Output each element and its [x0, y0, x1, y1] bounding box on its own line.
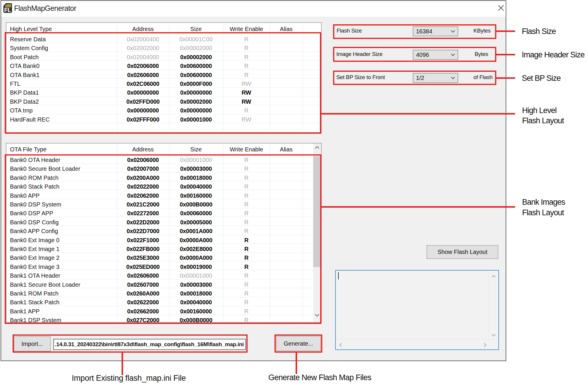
- svg-text:FL: FL: [4, 7, 11, 13]
